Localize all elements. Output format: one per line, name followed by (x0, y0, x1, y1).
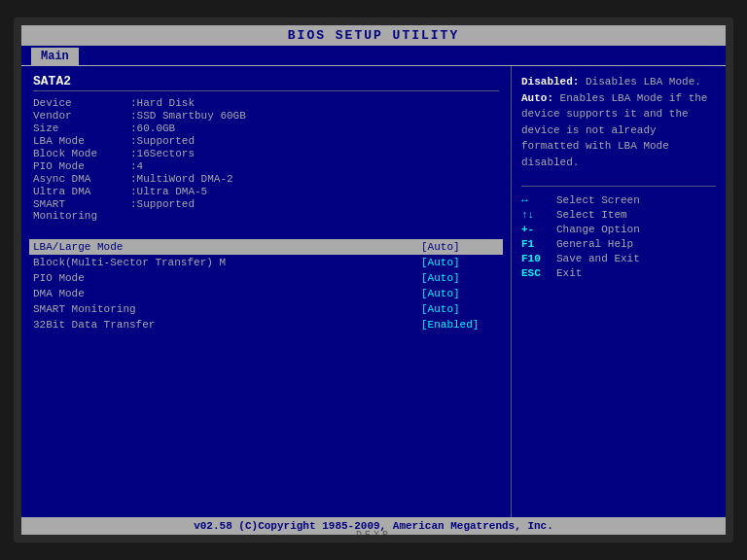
info-row: Block Mode:16Sectors (33, 148, 499, 159)
info-row: Ultra DMA:Ultra DMA-5 (33, 186, 499, 197)
option-name: LBA/Large Mode (33, 241, 413, 253)
option-row[interactable]: 32Bit Data Transfer[Enabled] (33, 317, 499, 332)
key-symbol: ↔ (521, 194, 549, 206)
option-name: DMA Mode (33, 288, 413, 299)
device-info: Device:Hard DiskVendor:SSD Smartbuy 60GB… (33, 97, 499, 222)
title-bar: BIOS SETUP UTILITY (21, 25, 726, 46)
option-value: [Auto] (421, 303, 499, 315)
option-name: Block(Multi-Sector Transfer) M (33, 257, 413, 268)
help-text: Disabled: Disables LBA Mode. Auto: Enabl… (521, 74, 716, 170)
info-row: Vendor:SSD Smartbuy 60GB (33, 110, 499, 122)
key-symbol: F1 (521, 238, 549, 250)
info-row: PIO Mode:4 (33, 160, 499, 172)
key-desc: Save and Exit (556, 253, 640, 264)
options-section: LBA/Large Mode[Auto]Block(Multi-Sector T… (33, 239, 499, 509)
info-label: PIO Mode (33, 160, 130, 172)
info-label: Device (33, 97, 130, 109)
option-value: [Auto] (421, 272, 499, 284)
key-symbol: ESC (521, 267, 549, 279)
left-panel: SATA2 Device:Hard DiskVendor:SSD Smartbu… (21, 66, 512, 517)
option-row[interactable]: PIO Mode[Auto] (33, 270, 499, 286)
info-label: Size (33, 122, 130, 134)
tab-bar: Main (21, 46, 726, 66)
key-row: ↑↓Select Item (521, 209, 716, 221)
info-row: Size:60.0GB (33, 122, 499, 134)
key-symbol: ↑↓ (521, 209, 549, 221)
option-name: 32Bit Data Transfer (33, 319, 413, 331)
key-desc: Exit (556, 267, 582, 279)
info-label: Vendor (33, 110, 130, 122)
option-value: [Auto] (421, 257, 499, 268)
bios-screen: BIOS SETUP UTILITY Main SATA2 Device:Har… (21, 25, 726, 535)
main-content: SATA2 Device:Hard DiskVendor:SSD Smartbu… (21, 66, 726, 517)
option-row[interactable]: DMA Mode[Auto] (33, 286, 499, 301)
key-desc: Select Screen (556, 194, 640, 206)
info-value: :16Sectors (130, 148, 195, 159)
key-row: +-Change Option (521, 224, 716, 235)
info-value: :Supported (130, 198, 195, 222)
device-section: SATA2 Device:Hard DiskVendor:SSD Smartbu… (33, 74, 499, 222)
right-panel: Disabled: Disables LBA Mode. Auto: Enabl… (512, 66, 726, 517)
keys-section: ↔Select Screen↑↓Select Item+-Change Opti… (521, 186, 716, 282)
info-row: LBA Mode:Supported (33, 135, 499, 147)
key-row: F1General Help (521, 238, 716, 250)
device-title: SATA2 (33, 74, 499, 91)
info-value: :Ultra DMA-5 (130, 186, 207, 197)
option-row[interactable]: LBA/Large Mode[Auto] (29, 239, 503, 255)
info-value: :60.0GB (130, 122, 175, 134)
info-value: :Supported (130, 135, 195, 147)
monitor-brand: DEXP (356, 530, 391, 541)
info-label: Block Mode (33, 148, 130, 159)
info-row: SMART Monitoring:Supported (33, 198, 499, 222)
info-label: LBA Mode (33, 135, 130, 147)
info-label: Async DMA (33, 173, 130, 185)
tab-main[interactable]: Main (31, 48, 79, 65)
key-symbol: F10 (521, 253, 549, 264)
info-label: SMART Monitoring (33, 198, 130, 222)
info-label: Ultra DMA (33, 186, 130, 197)
option-row[interactable]: Block(Multi-Sector Transfer) M[Auto] (33, 255, 499, 270)
key-row: ↔Select Screen (521, 194, 716, 206)
key-symbol: +- (521, 224, 549, 235)
key-desc: Select Item (556, 209, 627, 221)
info-value: :4 (130, 160, 143, 172)
option-row[interactable]: SMART Monitoring[Auto] (33, 301, 499, 317)
info-value: :Hard Disk (130, 97, 195, 109)
option-value: [Auto] (421, 288, 499, 299)
key-desc: Change Option (556, 224, 640, 235)
option-value: [Enabled] (421, 319, 499, 331)
key-row: F10Save and Exit (521, 253, 716, 264)
bios-title: BIOS SETUP UTILITY (288, 28, 459, 43)
monitor-bezel: BIOS SETUP UTILITY Main SATA2 Device:Har… (14, 18, 733, 542)
option-value: [Auto] (421, 241, 499, 253)
info-value: :SSD Smartbuy 60GB (130, 110, 246, 122)
option-name: SMART Monitoring (33, 303, 413, 315)
info-value: :MultiWord DMA-2 (130, 173, 233, 185)
key-desc: General Help (556, 238, 633, 250)
option-name: PIO Mode (33, 272, 413, 284)
key-row: ESCExit (521, 267, 716, 279)
info-row: Async DMA:MultiWord DMA-2 (33, 173, 499, 185)
info-row: Device:Hard Disk (33, 97, 499, 109)
